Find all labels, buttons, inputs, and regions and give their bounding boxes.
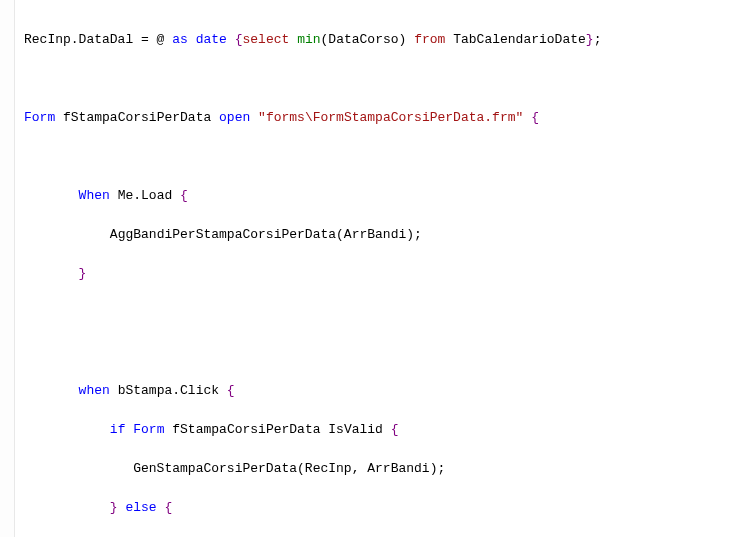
- blank-line: [24, 342, 731, 362]
- code-line: When Me.Load {: [24, 186, 731, 206]
- code-line: if Form fStampaCorsiPerData IsValid {: [24, 420, 731, 440]
- code-line: Form fStampaCorsiPerData open "forms\For…: [24, 108, 731, 128]
- code-line: AggBandiPerStampaCorsiPerData(ArrBandi);: [24, 225, 731, 245]
- code-editor[interactable]: RecInp.DataDal = @ as date {select min(D…: [0, 0, 731, 537]
- code-line: GenStampaCorsiPerData(RecInp, ArrBandi);: [24, 459, 731, 479]
- blank-line: [24, 147, 731, 167]
- line-gutter: [0, 0, 15, 537]
- blank-line: [24, 69, 731, 89]
- code-line: RecInp.DataDal = @ as date {select min(D…: [24, 30, 731, 50]
- code-line: } else {: [24, 498, 731, 518]
- blank-line: [24, 303, 731, 323]
- code-line: }: [24, 264, 731, 284]
- code-line: when bStampa.Click {: [24, 381, 731, 401]
